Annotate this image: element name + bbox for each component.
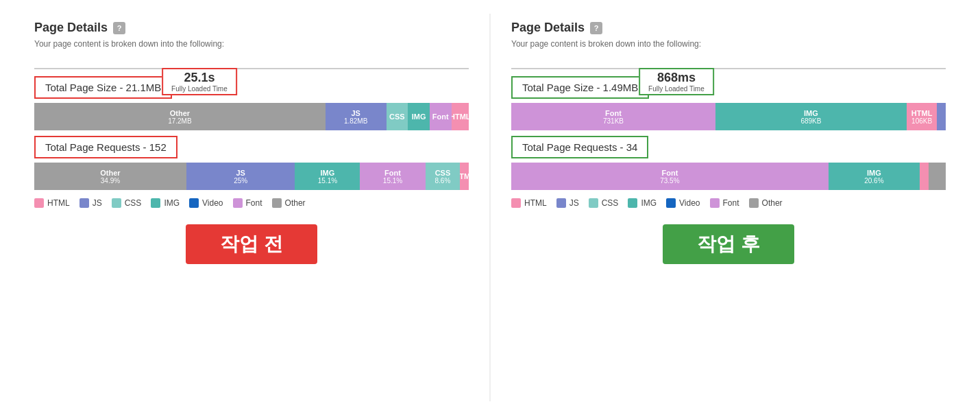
legend-color-dot — [34, 198, 44, 208]
legend-item: JS — [79, 198, 102, 208]
left-total-size-box: Total Page Size - 21.1MB — [34, 76, 172, 99]
legend-label: JS — [569, 198, 579, 208]
legend-item: Video — [189, 198, 223, 208]
legend-label: IMG — [641, 198, 657, 208]
left-badge: 작업 전 — [186, 224, 317, 264]
legend-item: Font — [710, 198, 739, 208]
left-req-bar: Other34.9%JS25%IMG15.1%Font15.1%CSS8.6%H… — [34, 163, 469, 190]
legend-item: CSS — [589, 198, 619, 208]
right-title: Page Details ? — [511, 21, 946, 35]
legend-color-dot — [151, 198, 160, 208]
bar-segment: JS1.82MB — [326, 103, 387, 130]
legend-item: CSS — [112, 198, 142, 208]
left-time-label: Fully Loaded Time — [171, 85, 228, 93]
legend-color-dot — [189, 198, 199, 208]
left-time-bar-wrapper: 25.1s Fully Loaded Time — [34, 68, 469, 69]
bar-segment: IMG — [408, 103, 430, 130]
right-badge: 작업 후 — [663, 224, 794, 264]
legend-color-dot — [749, 198, 759, 208]
bar-segment — [937, 103, 946, 130]
legend-label: HTML — [524, 198, 547, 208]
legend-item: Other — [749, 198, 783, 208]
left-title: Page Details ? — [34, 21, 469, 35]
right-title-text: Page Details — [511, 21, 585, 35]
right-total-requests-box: Total Page Requests - 34 — [511, 136, 648, 158]
legend-label: IMG — [164, 198, 180, 208]
bar-segment: Other34.9% — [34, 163, 186, 190]
left-subtitle: Your page content is broken down into th… — [34, 39, 469, 49]
right-req-bar: Font73.5%IMG20.6% — [511, 163, 946, 190]
bar-segment: IMG20.6% — [829, 163, 920, 190]
legend-item: HTML — [511, 198, 547, 208]
left-title-text: Page Details — [34, 21, 108, 35]
right-legend: HTMLJSCSSIMGVideoFontOther — [511, 198, 946, 208]
legend-color-dot — [233, 198, 243, 208]
legend-color-dot — [666, 198, 676, 208]
legend-label: Other — [762, 198, 783, 208]
legend-label: Font — [723, 198, 739, 208]
legend-color-dot — [556, 198, 566, 208]
legend-color-dot — [272, 198, 282, 208]
legend-label: CSS — [602, 198, 619, 208]
legend-color-dot — [79, 198, 89, 208]
left-legend: HTMLJSCSSIMGVideoFontOther — [34, 198, 469, 208]
legend-label: HTML — [47, 198, 70, 208]
legend-label: Video — [202, 198, 223, 208]
legend-label: Video — [679, 198, 700, 208]
bar-segment: Font — [430, 103, 452, 130]
bar-segment: Font73.5% — [511, 163, 829, 190]
bar-segment: IMG15.1% — [295, 163, 360, 190]
bar-segment: IMG689KB — [715, 103, 907, 130]
bar-segment: HTML — [452, 103, 469, 130]
legend-color-dot — [589, 198, 598, 208]
legend-item: Video — [666, 198, 700, 208]
left-time-bar-line — [34, 68, 469, 69]
left-total-requests-box: Total Page Requests - 152 — [34, 136, 177, 158]
right-total-size-box: Total Page Size - 1.49MB — [511, 76, 649, 99]
bar-segment: Font731KB — [511, 103, 715, 130]
right-subtitle: Your page content is broken down into th… — [511, 39, 946, 49]
legend-label: CSS — [125, 198, 142, 208]
bar-segment: HTML — [460, 163, 469, 190]
legend-color-dot — [628, 198, 637, 208]
left-bottom-label: 작업 전 — [34, 224, 469, 264]
legend-item: IMG — [151, 198, 180, 208]
legend-label: JS — [93, 198, 102, 208]
legend-color-dot — [112, 198, 121, 208]
right-time-badge: 868ms Fully Loaded Time — [639, 68, 714, 95]
bar-segment — [920, 163, 929, 190]
left-help-icon[interactable]: ? — [113, 22, 125, 34]
legend-item: JS — [556, 198, 579, 208]
bar-segment — [929, 163, 946, 190]
legend-item: IMG — [628, 198, 657, 208]
bar-segment: Other17.2MB — [34, 103, 326, 130]
bar-segment: Font15.1% — [360, 163, 425, 190]
bar-segment: CSS — [387, 103, 408, 130]
legend-item: Font — [233, 198, 262, 208]
right-time-label: Fully Loaded Time — [648, 85, 705, 93]
bar-segment: HTML106KB — [907, 103, 937, 130]
right-bottom-label: 작업 후 — [511, 224, 946, 264]
legend-label: Other — [285, 198, 306, 208]
legend-item: Other — [272, 198, 306, 208]
bar-segment: JS25% — [186, 163, 295, 190]
right-panel: Page Details ? Your page content is brok… — [498, 14, 959, 401]
left-time-badge: 25.1s Fully Loaded Time — [162, 68, 237, 95]
bar-segment: CSS8.6% — [426, 163, 461, 190]
left-size-bar: Other17.2MBJS1.82MBCSSIMGFontHTML — [34, 103, 469, 130]
right-time-bar-line — [511, 68, 946, 69]
legend-item: HTML — [34, 198, 70, 208]
left-time-value: 25.1s — [184, 71, 215, 85]
right-help-icon[interactable]: ? — [590, 22, 602, 34]
right-time-bar-wrapper: 868ms Fully Loaded Time — [511, 68, 946, 69]
legend-color-dot — [511, 198, 521, 208]
legend-color-dot — [710, 198, 720, 208]
left-panel: Page Details ? Your page content is brok… — [21, 14, 482, 401]
right-size-bar: Font731KBIMG689KBHTML106KB — [511, 103, 946, 130]
legend-label: Font — [246, 198, 262, 208]
panel-divider — [489, 14, 491, 401]
right-time-value: 868ms — [657, 71, 696, 85]
